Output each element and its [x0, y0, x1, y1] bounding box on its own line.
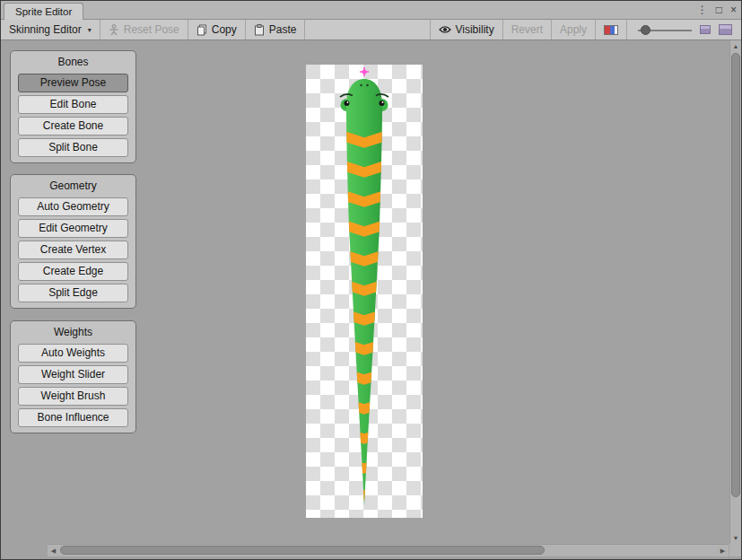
- scroll-left-arrow-icon[interactable]: ◀: [48, 545, 59, 556]
- maximize-icon[interactable]: □: [716, 1, 722, 20]
- toolbar: Skinning Editor ▾ Reset Pose Copy: [1, 20, 741, 40]
- auto-geometry-button[interactable]: Auto Geometry: [18, 197, 128, 216]
- paste-label: Paste: [269, 23, 297, 36]
- bones-panel: Bones Preview Pose Edit Bone Create Bone…: [10, 50, 136, 163]
- small-texture-icon: [700, 25, 711, 34]
- toolbar-spacer: [305, 20, 429, 39]
- create-edge-button[interactable]: Create Edge: [18, 262, 128, 281]
- reset-pose-icon: [109, 24, 119, 36]
- visibility-label: Visibility: [456, 23, 494, 36]
- paste-button[interactable]: Paste: [246, 20, 306, 39]
- weight-slider-button[interactable]: Weight Slider: [18, 365, 128, 384]
- geometry-panel: Geometry Auto Geometry Edit Geometry Cre…: [10, 174, 136, 309]
- snake-sprite[interactable]: [306, 65, 423, 518]
- reset-pose-button[interactable]: Reset Pose: [100, 20, 188, 39]
- weights-panel-title: Weights: [18, 324, 128, 341]
- zoom-slider-knob[interactable]: [641, 25, 650, 35]
- dropdown-arrow-icon: ▾: [88, 26, 92, 34]
- scrollbar-corner: [729, 544, 741, 556]
- color-mode-icon: [604, 25, 618, 35]
- zoom-slider[interactable]: [638, 24, 692, 36]
- create-bone-button[interactable]: Create Bone: [18, 117, 128, 136]
- copy-button[interactable]: Copy: [188, 20, 246, 39]
- copy-label: Copy: [212, 23, 237, 36]
- zoom-slider-area: [626, 20, 741, 39]
- kebab-menu-icon[interactable]: ⋮: [697, 1, 708, 20]
- skinning-editor-label: Skinning Editor: [9, 23, 82, 36]
- close-icon[interactable]: ×: [730, 1, 737, 20]
- scroll-right-arrow-icon[interactable]: ▶: [717, 545, 729, 556]
- apply-button[interactable]: Apply: [551, 20, 595, 39]
- visibility-button[interactable]: Visibility: [430, 20, 502, 39]
- reset-pose-label: Reset Pose: [124, 23, 179, 36]
- split-edge-button[interactable]: Split Edge: [18, 284, 128, 302]
- revert-label: Revert: [511, 23, 543, 36]
- edit-bone-button[interactable]: Edit Bone: [18, 95, 128, 114]
- create-vertex-button[interactable]: Create Vertex: [18, 241, 128, 259]
- apply-label: Apply: [560, 23, 587, 36]
- tab-sprite-editor[interactable]: Sprite Editor: [4, 3, 83, 20]
- bone-gizmo-marker[interactable]: [360, 67, 369, 76]
- auto-weights-button[interactable]: Auto Weights: [18, 344, 128, 363]
- split-bone-button[interactable]: Split Bone: [18, 138, 128, 157]
- bones-panel-title: Bones: [18, 54, 128, 71]
- paste-icon: [254, 24, 265, 36]
- sprite-editor-window: Sprite Editor ⋮ □ × Skinning Editor ▾ Re…: [0, 0, 742, 560]
- horizontal-scrollbar[interactable]: ◀ ▶: [48, 544, 729, 556]
- edit-geometry-button[interactable]: Edit Geometry: [18, 219, 128, 238]
- transparency-checkerboard: [306, 65, 423, 518]
- scroll-up-arrow-icon[interactable]: ▲: [730, 40, 741, 52]
- scroll-down-arrow-icon[interactable]: ▼: [730, 532, 741, 544]
- vertical-scrollbar-thumb[interactable]: [731, 53, 740, 497]
- window-controls: ⋮ □ ×: [697, 1, 737, 20]
- visibility-eye-icon: [439, 25, 451, 34]
- preview-pose-button[interactable]: Preview Pose: [18, 74, 128, 92]
- geometry-panel-title: Geometry: [18, 178, 128, 195]
- large-texture-icon: [719, 24, 732, 35]
- copy-icon: [196, 24, 207, 36]
- vertical-scrollbar[interactable]: ▲ ▼: [729, 40, 741, 544]
- weights-panel: Weights Auto Weights Weight Slider Weigh…: [10, 320, 136, 433]
- revert-button[interactable]: Revert: [502, 20, 551, 39]
- color-mode-button[interactable]: [595, 20, 626, 39]
- horizontal-scrollbar-thumb[interactable]: [60, 546, 545, 555]
- weight-brush-button[interactable]: Weight Brush: [18, 387, 128, 406]
- titlebar: Sprite Editor ⋮ □ ×: [1, 1, 741, 20]
- skinning-editor-dropdown[interactable]: Skinning Editor ▾: [1, 20, 100, 39]
- bone-influence-button[interactable]: Bone Influence: [18, 408, 128, 427]
- tab-title: Sprite Editor: [15, 6, 72, 17]
